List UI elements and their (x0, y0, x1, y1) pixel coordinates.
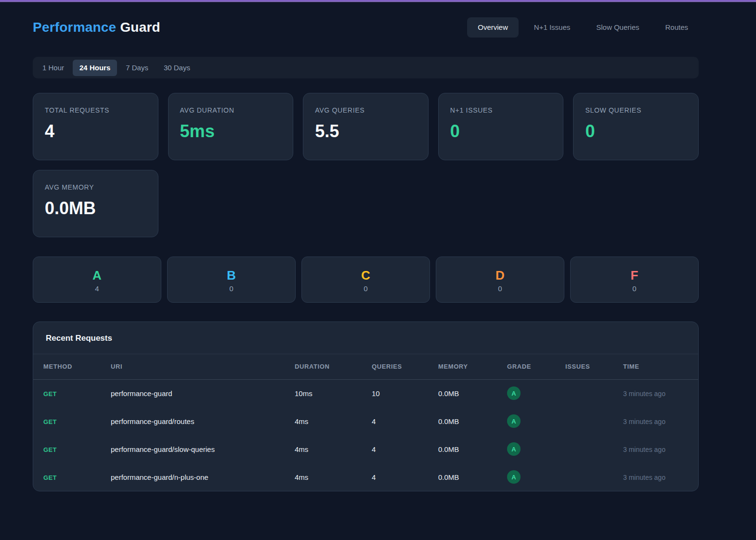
time-ago: 3 minutes ago (623, 390, 665, 398)
grade-card-b: B0 (167, 257, 296, 303)
stat-label: TOTAL REQUESTS (45, 106, 146, 114)
column-header-queries: QUERIES (372, 354, 438, 379)
cell-grade: A (507, 379, 565, 407)
column-header-issues: ISSUES (565, 354, 623, 379)
stat-value: 4 (45, 122, 146, 141)
table-row[interactable]: GETperformance-guard/slow-queries4ms40.0… (33, 435, 698, 463)
column-header-uri: URI (111, 354, 295, 379)
stat-value: 0 (585, 122, 687, 141)
grade-badge: A (507, 386, 521, 400)
cell-method: GET (33, 463, 111, 491)
method-badge: GET (43, 418, 57, 425)
method-badge: GET (43, 446, 57, 453)
grade-count: 4 (95, 285, 99, 292)
cell-issues (565, 407, 623, 435)
nav-item-n-1-issues[interactable]: N+1 Issues (523, 17, 581, 38)
cell-time: 3 minutes ago (623, 463, 698, 491)
cell-memory: 0.0MB (438, 379, 507, 407)
nav-item-routes[interactable]: Routes (654, 17, 699, 38)
cell-method: GET (33, 407, 111, 435)
cell-queries: 4 (372, 407, 438, 435)
table-row[interactable]: GETperformance-guard/n-plus-one4ms40.0MB… (33, 463, 698, 491)
time-range-option-7-days[interactable]: 7 Days (119, 60, 155, 76)
cell-issues (565, 379, 623, 407)
grade-count: 0 (229, 285, 233, 292)
column-header-method: METHOD (33, 354, 111, 379)
column-header-time: TIME (623, 354, 698, 379)
requests-table: METHODURIDURATIONQUERIESMEMORYGRADEISSUE… (33, 354, 698, 491)
stat-value: 5.5 (315, 122, 417, 141)
time-ago: 3 minutes ago (623, 446, 665, 453)
method-badge: GET (43, 390, 57, 398)
cell-memory: 0.0MB (438, 407, 507, 435)
page-title-accent: Performance (33, 20, 116, 35)
requests-table-header-row: METHODURIDURATIONQUERIESMEMORYGRADEISSUE… (33, 354, 698, 379)
grade-badge: A (507, 414, 521, 428)
stat-value: 5ms (180, 122, 282, 141)
time-range-option-1-hour[interactable]: 1 Hour (36, 60, 71, 76)
recent-requests-panel: Recent Requests METHODURIDURATIONQUERIES… (33, 321, 699, 491)
cell-time: 3 minutes ago (623, 379, 698, 407)
cell-queries: 4 (372, 463, 438, 491)
cell-grade: A (507, 463, 565, 491)
cell-method: GET (33, 379, 111, 407)
header: Performance Guard OverviewN+1 IssuesSlow… (33, 16, 699, 39)
column-header-duration: DURATION (295, 354, 372, 379)
nav-item-overview[interactable]: Overview (467, 17, 519, 38)
grade-letter: F (631, 269, 639, 282)
time-ago: 3 minutes ago (623, 474, 665, 481)
grade-count: 0 (364, 285, 367, 292)
cell-method: GET (33, 435, 111, 463)
stat-value: 0 (450, 122, 552, 141)
cell-uri: performance-guard/slow-queries (111, 435, 295, 463)
stat-card-n-1-issues: N+1 ISSUES0 (438, 93, 564, 160)
cell-duration: 4ms (295, 435, 372, 463)
grade-card-c: C0 (301, 257, 430, 303)
grade-card-a: A4 (33, 257, 161, 303)
nav-item-slow-queries[interactable]: Slow Queries (586, 17, 650, 38)
stat-label: SLOW QUERIES (585, 106, 687, 114)
stat-label: AVG MEMORY (45, 183, 146, 191)
cell-memory: 0.0MB (438, 435, 507, 463)
page-title-rest: Guard (120, 20, 160, 35)
stats-grid: TOTAL REQUESTS4AVG DURATION5msAVG QUERIE… (33, 93, 699, 237)
top-accent-bar (0, 0, 756, 2)
cell-duration: 4ms (295, 463, 372, 491)
time-ago: 3 minutes ago (623, 418, 665, 425)
time-range-option-30-days[interactable]: 30 Days (157, 60, 197, 76)
stat-card-total-requests: TOTAL REQUESTS4 (33, 93, 158, 160)
cell-time: 3 minutes ago (623, 435, 698, 463)
cell-grade: A (507, 435, 565, 463)
grade-card-d: D0 (436, 257, 564, 303)
stat-card-avg-duration: AVG DURATION5ms (168, 93, 294, 160)
table-row[interactable]: GETperformance-guard10ms100.0MBA3 minute… (33, 379, 698, 407)
table-row[interactable]: GETperformance-guard/routes4ms40.0MBA3 m… (33, 407, 698, 435)
cell-issues (565, 463, 623, 491)
stat-card-slow-queries: SLOW QUERIES0 (573, 93, 699, 160)
cell-queries: 4 (372, 435, 438, 463)
cell-memory: 0.0MB (438, 463, 507, 491)
time-range-option-24-hours[interactable]: 24 Hours (73, 60, 117, 76)
stat-card-avg-memory: AVG MEMORY0.0MB (33, 170, 158, 237)
cell-queries: 10 (372, 379, 438, 407)
grades-grid: A4B0C0D0F0 (33, 257, 699, 303)
cell-uri: performance-guard (111, 379, 295, 407)
stat-card-avg-queries: AVG QUERIES5.5 (303, 93, 429, 160)
column-header-memory: MEMORY (438, 354, 507, 379)
cell-grade: A (507, 407, 565, 435)
method-badge: GET (43, 474, 57, 481)
page-container: Performance Guard OverviewN+1 IssuesSlow… (33, 16, 699, 491)
recent-requests-title: Recent Requests (33, 322, 698, 354)
grade-count: 0 (498, 285, 502, 292)
grade-card-f: F0 (570, 257, 699, 303)
stat-value: 0.0MB (45, 199, 146, 218)
cell-uri: performance-guard/routes (111, 407, 295, 435)
grade-letter: B (227, 269, 236, 282)
grade-badge: A (507, 470, 521, 484)
cell-uri: performance-guard/n-plus-one (111, 463, 295, 491)
stat-label: AVG DURATION (180, 106, 282, 114)
column-header-grade: GRADE (507, 354, 565, 379)
cell-issues (565, 435, 623, 463)
time-range-selector: 1 Hour24 Hours7 Days30 Days (33, 57, 699, 78)
grade-letter: D (495, 269, 505, 282)
